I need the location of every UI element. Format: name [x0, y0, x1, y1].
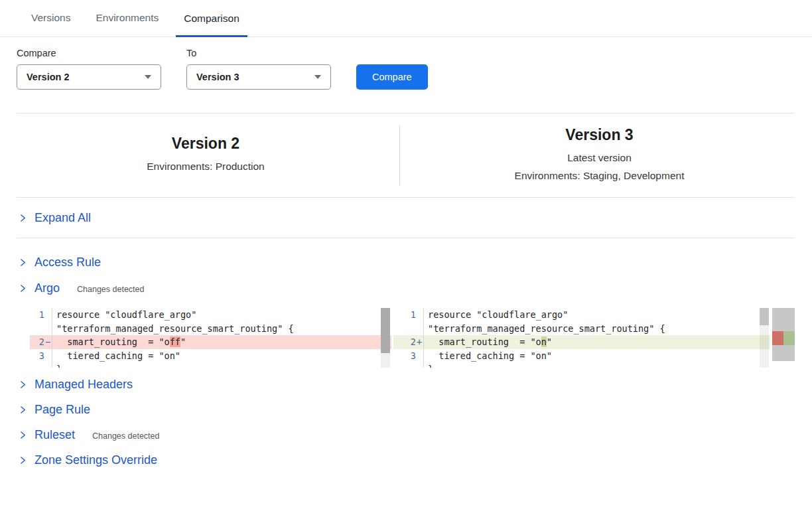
diff-line: 3 tiered_caching = "on" — [30, 349, 391, 363]
version-right-title: Version 3 — [565, 126, 633, 144]
section-label: Ruleset — [34, 428, 75, 442]
version-left-environments: Environments: Production — [147, 157, 264, 175]
section-label: Access Rule — [34, 256, 101, 269]
version-right-environments: Environments: Staging, Development — [515, 167, 685, 185]
tab-environments[interactable]: Environments — [88, 1, 167, 37]
chevron-down-icon — [145, 75, 151, 79]
right-pane-scrollbar[interactable] — [760, 308, 769, 368]
chevron-right-icon — [19, 284, 27, 293]
version-right-header: Version 3 Latest version Environments: S… — [405, 123, 794, 188]
scrollbar-thumb[interactable] — [381, 308, 390, 353]
section-zone-settings-override[interactable]: Zone Settings Override — [0, 453, 812, 467]
compare-version-value: Version 2 — [27, 72, 69, 82]
diff-line: 3 tiered_caching = "on" — [393, 349, 770, 363]
section-access-rule[interactable]: Access Rule — [0, 256, 812, 269]
compare-version-select[interactable]: Version 2 — [17, 64, 161, 90]
section-argo[interactable]: Argo Changes detected — [0, 281, 812, 295]
tab-versions[interactable]: Versions — [23, 1, 78, 37]
section-label: Argo — [34, 281, 60, 295]
version-headers: Version 2 Environments: Production Versi… — [0, 113, 812, 197]
compare-button[interactable]: Compare — [356, 64, 428, 90]
expand-all-button[interactable]: Expand All — [0, 198, 812, 238]
diff-line-wrap: "terraform_managed_resource_smart_routin… — [393, 322, 770, 336]
chevron-right-icon — [19, 431, 27, 439]
to-version-select[interactable]: Version 3 — [186, 64, 331, 90]
section-ruleset[interactable]: Ruleset Changes detected — [0, 428, 812, 442]
chevron-right-icon — [19, 214, 27, 222]
minimap-addition-marker — [783, 331, 795, 345]
tab-bar: Versions Environments Comparison — [0, 0, 812, 37]
left-pane-scrollbar[interactable] — [381, 308, 390, 368]
diff-line: } — [393, 362, 770, 368]
expand-all-label: Expand All — [34, 211, 91, 225]
diff-line: 1 resource "cloudflare_argo" — [30, 308, 391, 322]
section-label: Page Rule — [34, 403, 90, 417]
chevron-down-icon — [314, 75, 321, 79]
to-label: To — [186, 48, 331, 58]
chevron-right-icon — [19, 380, 27, 389]
diff-minimap[interactable] — [772, 308, 795, 361]
version-right-latest: Latest version — [567, 149, 632, 167]
to-field: To Version 3 — [186, 48, 331, 90]
chevron-right-icon — [19, 406, 27, 414]
version-left-title: Version 2 — [172, 135, 239, 153]
scrollbar-diff-tint — [760, 335, 769, 349]
section-managed-headers[interactable]: Managed Headers — [0, 378, 812, 392]
changes-detected-badge: Changes detected — [77, 283, 144, 294]
minimap-deletion-marker — [772, 331, 783, 345]
section-page-rule[interactable]: Page Rule — [0, 403, 812, 417]
section-label: Managed Headers — [34, 378, 133, 392]
compare-field: Compare Version 2 — [17, 48, 161, 90]
chevron-right-icon — [19, 258, 27, 267]
diff-pane-right: 1 resource "cloudflare_argo" "terraform_… — [393, 308, 770, 368]
diff-line: } — [30, 362, 391, 368]
char-diff-highlight: ff — [170, 336, 180, 347]
vertical-divider — [399, 125, 400, 185]
chevron-right-icon — [19, 456, 27, 465]
diff-line: 1 resource "cloudflare_argo" — [393, 308, 770, 322]
argo-diff-viewer: 1 resource "cloudflare_argo" "terraform_… — [30, 308, 812, 368]
version-left-header: Version 2 Environments: Production — [17, 123, 395, 188]
scrollbar-thumb[interactable] — [760, 308, 769, 325]
diff-line-added: 2+ smart_routing = "on" — [393, 335, 770, 349]
diff-line-wrap: "terraform_managed_resource_smart_routin… — [30, 322, 391, 336]
char-diff-highlight: n — [541, 336, 547, 347]
divider — [17, 238, 794, 238]
to-version-value: Version 3 — [196, 72, 239, 82]
section-label: Zone Settings Override — [34, 453, 157, 467]
diff-pane-left: 1 resource "cloudflare_argo" "terraform_… — [30, 308, 391, 368]
comparison-page: Versions Environments Comparison Compare… — [0, 0, 812, 523]
tab-comparison[interactable]: Comparison — [176, 2, 247, 37]
compare-label: Compare — [17, 48, 161, 58]
compare-controls: Compare Version 2 To Version 3 Compare — [17, 48, 812, 90]
diff-line-deleted: 2− smart_routing = "off" — [30, 335, 391, 349]
changes-detected-badge: Changes detected — [92, 430, 159, 441]
